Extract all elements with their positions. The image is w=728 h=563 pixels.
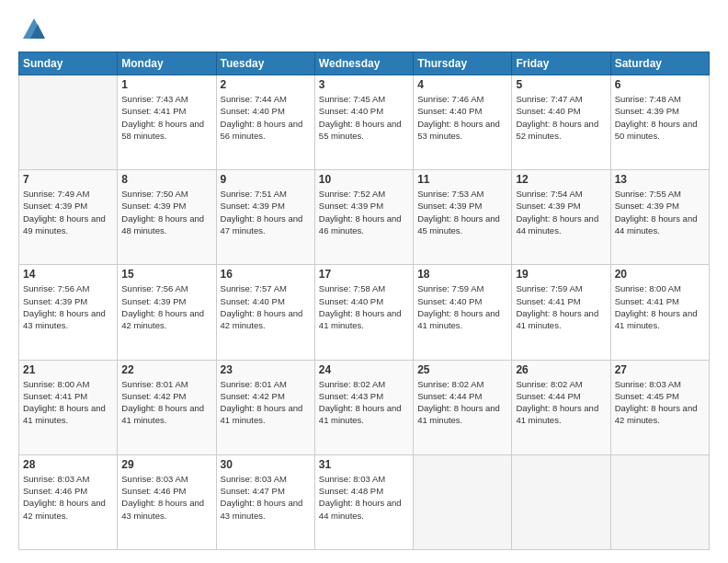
calendar-cell: 27Sunrise: 8:03 AM Sunset: 4:45 PM Dayli… [610,360,709,454]
day-info: Sunrise: 7:47 AM Sunset: 4:40 PM Dayligh… [516,93,606,142]
day-info: Sunrise: 7:43 AM Sunset: 4:41 PM Dayligh… [121,93,211,142]
calendar-cell: 17Sunrise: 7:58 AM Sunset: 4:40 PM Dayli… [314,265,413,360]
calendar-week-1: 1Sunrise: 7:43 AM Sunset: 4:41 PM Daylig… [19,75,710,170]
day-info: Sunrise: 8:02 AM Sunset: 4:43 PM Dayligh… [319,378,409,427]
day-number: 23 [221,363,311,376]
calendar-cell: 9Sunrise: 7:51 AM Sunset: 4:39 PM Daylig… [216,170,314,265]
logo [18,17,47,42]
day-info: Sunrise: 7:59 AM Sunset: 4:40 PM Dayligh… [417,282,507,331]
calendar-cell [512,454,610,549]
day-number: 17 [319,268,409,281]
day-number: 1 [121,78,211,91]
calendar-cell: 31Sunrise: 8:03 AM Sunset: 4:48 PM Dayli… [314,454,413,549]
day-info: Sunrise: 7:52 AM Sunset: 4:39 PM Dayligh… [319,188,409,236]
day-number: 12 [516,173,606,186]
day-number: 16 [221,268,311,281]
day-number: 13 [615,173,705,186]
day-info: Sunrise: 7:56 AM Sunset: 4:39 PM Dayligh… [23,282,113,331]
calendar-cell: 5Sunrise: 7:47 AM Sunset: 4:40 PM Daylig… [512,75,610,170]
day-number: 22 [121,363,211,376]
weekday-header-monday: Monday [118,52,216,75]
day-number: 20 [615,268,705,281]
calendar-cell: 23Sunrise: 8:01 AM Sunset: 4:42 PM Dayli… [216,360,314,454]
day-info: Sunrise: 7:49 AM Sunset: 4:39 PM Dayligh… [23,188,113,236]
day-info: Sunrise: 7:54 AM Sunset: 4:39 PM Dayligh… [516,188,606,236]
day-number: 3 [319,78,409,91]
day-number: 26 [516,363,606,376]
day-number: 8 [121,173,211,186]
day-number: 24 [319,363,409,376]
day-number: 7 [23,173,113,186]
day-info: Sunrise: 8:00 AM Sunset: 4:41 PM Dayligh… [615,282,705,331]
calendar-cell: 19Sunrise: 7:59 AM Sunset: 4:41 PM Dayli… [512,265,610,360]
calendar-cell: 21Sunrise: 8:00 AM Sunset: 4:41 PM Dayli… [19,360,118,454]
page: SundayMondayTuesdayWednesdayThursdayFrid… [0,0,728,563]
day-info: Sunrise: 8:03 AM Sunset: 4:46 PM Dayligh… [121,473,211,522]
logo-icon [21,17,47,42]
calendar-cell: 29Sunrise: 8:03 AM Sunset: 4:46 PM Dayli… [118,454,216,549]
day-info: Sunrise: 8:03 AM Sunset: 4:48 PM Dayligh… [319,473,409,522]
calendar-cell: 7Sunrise: 7:49 AM Sunset: 4:39 PM Daylig… [19,170,118,265]
calendar-cell: 26Sunrise: 8:02 AM Sunset: 4:44 PM Dayli… [512,360,610,454]
calendar-cell: 2Sunrise: 7:44 AM Sunset: 4:40 PM Daylig… [216,75,314,170]
day-number: 14 [23,268,113,281]
day-number: 18 [417,268,507,281]
day-info: Sunrise: 7:58 AM Sunset: 4:40 PM Dayligh… [319,282,409,331]
day-number: 2 [221,78,311,91]
calendar-cell: 11Sunrise: 7:53 AM Sunset: 4:39 PM Dayli… [414,170,512,265]
day-number: 10 [319,173,409,186]
weekday-header-wednesday: Wednesday [314,52,413,75]
calendar-cell: 18Sunrise: 7:59 AM Sunset: 4:40 PM Dayli… [414,265,512,360]
day-info: Sunrise: 8:01 AM Sunset: 4:42 PM Dayligh… [121,378,211,427]
day-number: 29 [121,458,211,471]
calendar-cell: 6Sunrise: 7:48 AM Sunset: 4:39 PM Daylig… [610,75,709,170]
day-info: Sunrise: 8:02 AM Sunset: 4:44 PM Dayligh… [516,378,606,427]
calendar-cell: 30Sunrise: 8:03 AM Sunset: 4:47 PM Dayli… [216,454,314,549]
header [18,17,710,42]
calendar-cell: 25Sunrise: 8:02 AM Sunset: 4:44 PM Dayli… [414,360,512,454]
day-info: Sunrise: 7:48 AM Sunset: 4:39 PM Dayligh… [615,93,705,142]
calendar-cell: 13Sunrise: 7:55 AM Sunset: 4:39 PM Dayli… [610,170,709,265]
calendar-table: SundayMondayTuesdayWednesdayThursdayFrid… [18,52,710,550]
day-number: 4 [417,78,507,91]
day-number: 9 [221,173,311,186]
day-number: 5 [516,78,606,91]
day-info: Sunrise: 7:44 AM Sunset: 4:40 PM Dayligh… [221,93,311,142]
day-number: 25 [417,363,507,376]
day-info: Sunrise: 8:03 AM Sunset: 4:47 PM Dayligh… [221,473,311,522]
day-number: 28 [23,458,113,471]
calendar-week-2: 7Sunrise: 7:49 AM Sunset: 4:39 PM Daylig… [19,170,710,265]
day-number: 11 [417,173,507,186]
day-number: 15 [121,268,211,281]
day-info: Sunrise: 8:02 AM Sunset: 4:44 PM Dayligh… [417,378,507,427]
day-number: 19 [516,268,606,281]
calendar-cell: 12Sunrise: 7:54 AM Sunset: 4:39 PM Dayli… [512,170,610,265]
calendar-cell: 24Sunrise: 8:02 AM Sunset: 4:43 PM Dayli… [314,360,413,454]
weekday-header-row: SundayMondayTuesdayWednesdayThursdayFrid… [19,52,710,75]
calendar-cell: 28Sunrise: 8:03 AM Sunset: 4:46 PM Dayli… [19,454,118,549]
calendar-week-4: 21Sunrise: 8:00 AM Sunset: 4:41 PM Dayli… [19,360,710,454]
day-number: 31 [319,458,409,471]
day-info: Sunrise: 7:55 AM Sunset: 4:39 PM Dayligh… [615,188,705,236]
day-number: 30 [221,458,311,471]
day-info: Sunrise: 7:46 AM Sunset: 4:40 PM Dayligh… [417,93,507,142]
weekday-header-thursday: Thursday [414,52,512,75]
day-info: Sunrise: 7:56 AM Sunset: 4:39 PM Dayligh… [121,282,211,331]
calendar-cell: 22Sunrise: 8:01 AM Sunset: 4:42 PM Dayli… [118,360,216,454]
day-info: Sunrise: 8:01 AM Sunset: 4:42 PM Dayligh… [221,378,311,427]
calendar-cell: 14Sunrise: 7:56 AM Sunset: 4:39 PM Dayli… [19,265,118,360]
day-info: Sunrise: 8:03 AM Sunset: 4:45 PM Dayligh… [615,378,705,427]
calendar-cell: 8Sunrise: 7:50 AM Sunset: 4:39 PM Daylig… [118,170,216,265]
calendar-week-5: 28Sunrise: 8:03 AM Sunset: 4:46 PM Dayli… [19,454,710,549]
day-number: 6 [615,78,705,91]
calendar-cell: 15Sunrise: 7:56 AM Sunset: 4:39 PM Dayli… [118,265,216,360]
weekday-header-tuesday: Tuesday [216,52,314,75]
day-info: Sunrise: 8:03 AM Sunset: 4:46 PM Dayligh… [23,473,113,522]
day-number: 27 [615,363,705,376]
calendar-cell [19,75,118,170]
calendar-cell [414,454,512,549]
day-info: Sunrise: 8:00 AM Sunset: 4:41 PM Dayligh… [23,378,113,427]
calendar-cell: 16Sunrise: 7:57 AM Sunset: 4:40 PM Dayli… [216,265,314,360]
weekday-header-sunday: Sunday [19,52,118,75]
calendar-cell: 4Sunrise: 7:46 AM Sunset: 4:40 PM Daylig… [414,75,512,170]
